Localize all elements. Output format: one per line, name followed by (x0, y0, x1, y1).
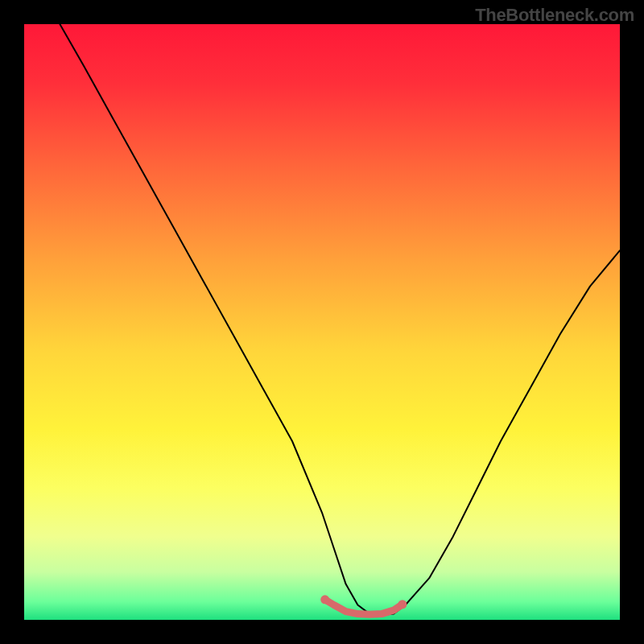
highlight-endpoint (398, 600, 407, 609)
highlight-endpoint (320, 595, 329, 604)
plot-background (24, 24, 620, 620)
watermark-text: TheBottleneck.com (475, 5, 634, 26)
bottleneck-curve-chart (0, 0, 644, 644)
chart-container (0, 0, 644, 644)
